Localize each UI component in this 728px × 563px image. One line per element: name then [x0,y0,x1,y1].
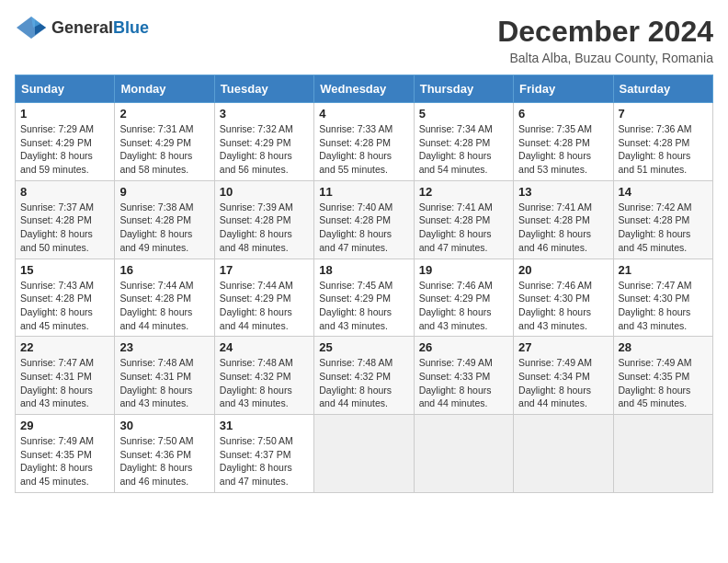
sunrise: Sunrise: 7:32 AM [220,123,293,134]
day-number: 17 [220,263,309,277]
day-info: Sunrise: 7:46 AM Sunset: 4:30 PM Dayligh… [518,279,608,333]
daylight: Daylight: 8 hours and 46 minutes. [119,462,192,487]
day-number: 18 [319,263,408,277]
day-info: Sunrise: 7:32 AM Sunset: 4:29 PM Dayligh… [220,122,309,177]
daylight: Daylight: 8 hours and 47 minutes. [220,462,292,487]
table-row: 17 Sunrise: 7:44 AM Sunset: 4:29 PM Dayl… [214,259,313,337]
day-info: Sunrise: 7:33 AM Sunset: 4:28 PM Dayligh… [319,122,408,177]
day-info: Sunrise: 7:43 AM Sunset: 4:28 PM Dayligh… [20,279,109,333]
day-number: 3 [220,107,309,121]
day-number: 15 [20,263,109,277]
daylight: Daylight: 8 hours and 56 minutes. [220,150,292,175]
table-row [613,415,712,493]
day-info: Sunrise: 7:45 AM Sunset: 4:29 PM Dayligh… [319,279,408,333]
sunset: Sunset: 4:33 PM [419,371,491,382]
sunset: Sunset: 4:29 PM [20,137,92,148]
sunrise: Sunrise: 7:49 AM [619,357,692,368]
day-number: 4 [319,107,408,121]
day-info: Sunrise: 7:47 AM Sunset: 4:31 PM Dayligh… [20,356,109,410]
sunrise: Sunrise: 7:29 AM [20,123,94,134]
day-number: 16 [119,263,209,277]
day-number: 22 [20,340,109,354]
day-number: 10 [220,185,309,199]
daylight: Daylight: 8 hours and 43 minutes. [220,385,292,409]
sunset: Sunset: 4:28 PM [20,293,92,304]
calendar-week-2: 8 Sunrise: 7:37 AM Sunset: 4:28 PM Dayli… [16,180,713,259]
day-info: Sunrise: 7:48 AM Sunset: 4:32 PM Dayligh… [220,356,309,410]
day-info: Sunrise: 7:46 AM Sunset: 4:29 PM Dayligh… [419,279,508,333]
day-number: 20 [518,263,608,277]
day-info: Sunrise: 7:50 AM Sunset: 4:37 PM Dayligh… [220,434,309,488]
day-number: 12 [419,185,508,199]
col-saturday: Saturday [613,75,712,103]
col-tuesday: Tuesday [214,75,313,103]
daylight: Daylight: 8 hours and 43 minutes. [319,306,392,331]
table-row: 21 Sunrise: 7:47 AM Sunset: 4:30 PM Dayl… [613,259,712,337]
sunset: Sunset: 4:28 PM [419,137,491,148]
day-info: Sunrise: 7:41 AM Sunset: 4:28 PM Dayligh… [518,201,608,255]
table-row: 13 Sunrise: 7:41 AM Sunset: 4:28 PM Dayl… [514,180,613,259]
subtitle: Balta Alba, Buzau County, Romania [497,51,713,65]
sunset: Sunset: 4:29 PM [419,293,491,304]
sunset: Sunset: 4:28 PM [319,137,391,148]
daylight: Daylight: 8 hours and 45 minutes. [619,228,691,253]
table-row: 11 Sunrise: 7:40 AM Sunset: 4:28 PM Dayl… [314,180,414,259]
day-number: 5 [419,107,508,121]
sunrise: Sunrise: 7:50 AM [220,435,293,446]
col-sunday: Sunday [16,75,115,103]
day-number: 7 [619,107,708,121]
day-info: Sunrise: 7:34 AM Sunset: 4:28 PM Dayligh… [419,122,508,177]
daylight: Daylight: 8 hours and 43 minutes. [619,306,691,331]
table-row: 15 Sunrise: 7:43 AM Sunset: 4:28 PM Dayl… [16,259,115,337]
sunset: Sunset: 4:28 PM [319,214,391,225]
day-info: Sunrise: 7:36 AM Sunset: 4:28 PM Dayligh… [619,122,708,177]
day-info: Sunrise: 7:44 AM Sunset: 4:28 PM Dayligh… [119,279,209,333]
sunrise: Sunrise: 7:46 AM [518,280,592,291]
sunrise: Sunrise: 7:34 AM [419,123,493,134]
daylight: Daylight: 8 hours and 54 minutes. [419,150,492,175]
table-row: 29 Sunrise: 7:49 AM Sunset: 4:35 PM Dayl… [16,415,115,493]
table-row: 31 Sunrise: 7:50 AM Sunset: 4:37 PM Dayl… [214,415,313,493]
sunset: Sunset: 4:31 PM [119,371,191,382]
logo-blue: Blue [113,18,149,37]
sunrise: Sunrise: 7:49 AM [20,435,94,446]
day-info: Sunrise: 7:49 AM Sunset: 4:33 PM Dayligh… [419,356,508,410]
day-info: Sunrise: 7:40 AM Sunset: 4:28 PM Dayligh… [319,201,408,255]
sunrise: Sunrise: 7:35 AM [518,123,592,134]
daylight: Daylight: 8 hours and 48 minutes. [220,228,292,253]
day-info: Sunrise: 7:49 AM Sunset: 4:35 PM Dayligh… [20,434,109,488]
day-number: 1 [20,107,109,121]
day-number: 29 [20,419,109,432]
sunset: Sunset: 4:31 PM [20,371,92,382]
table-row: 1 Sunrise: 7:29 AM Sunset: 4:29 PM Dayli… [16,103,115,181]
sunrise: Sunrise: 7:41 AM [419,201,493,213]
day-info: Sunrise: 7:39 AM Sunset: 4:28 PM Dayligh… [220,201,309,255]
sunset: Sunset: 4:29 PM [119,137,191,148]
sunrise: Sunrise: 7:38 AM [119,201,193,213]
logo: GeneralBlue [15,15,149,40]
sunrise: Sunrise: 7:48 AM [119,357,193,368]
sunset: Sunset: 4:35 PM [619,371,690,382]
sunrise: Sunrise: 7:44 AM [220,280,293,291]
sunrise: Sunrise: 7:50 AM [119,435,193,446]
table-row: 5 Sunrise: 7:34 AM Sunset: 4:28 PM Dayli… [414,103,513,181]
sunset: Sunset: 4:32 PM [319,371,391,382]
sunrise: Sunrise: 7:36 AM [619,123,692,134]
daylight: Daylight: 8 hours and 44 minutes. [419,385,492,409]
col-monday: Monday [115,75,214,103]
table-row: 10 Sunrise: 7:39 AM Sunset: 4:28 PM Dayl… [214,180,313,259]
daylight: Daylight: 8 hours and 49 minutes. [119,228,192,253]
sunset: Sunset: 4:29 PM [220,293,291,304]
sunrise: Sunrise: 7:49 AM [518,357,592,368]
sunset: Sunset: 4:28 PM [518,137,590,148]
sunrise: Sunrise: 7:48 AM [319,357,392,368]
table-row: 22 Sunrise: 7:47 AM Sunset: 4:31 PM Dayl… [16,337,115,415]
sunset: Sunset: 4:34 PM [518,371,590,382]
page-header: GeneralBlue December 2024 Balta Alba, Bu… [15,15,713,65]
sunset: Sunset: 4:28 PM [119,293,191,304]
day-info: Sunrise: 7:47 AM Sunset: 4:30 PM Dayligh… [619,279,708,333]
sunset: Sunset: 4:28 PM [619,137,690,148]
table-row: 30 Sunrise: 7:50 AM Sunset: 4:36 PM Dayl… [115,415,214,493]
day-number: 24 [220,340,309,354]
table-row: 8 Sunrise: 7:37 AM Sunset: 4:28 PM Dayli… [16,180,115,259]
